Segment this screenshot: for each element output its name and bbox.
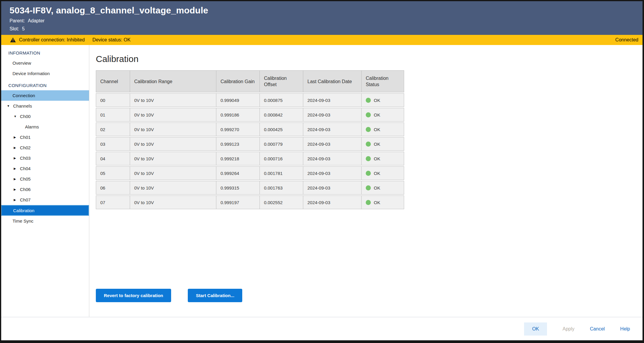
table-row: 06 0V to 10V 0.999315 0.001763 2024-09-0… [96,181,404,195]
sidebar-item-time-sync[interactable]: Time Sync [1,216,89,226]
sidebar-item-label: Alarms [25,124,39,129]
cell-range: 0V to 10V [130,152,216,165]
page-title: 5034-IF8V, analog_8_channel_voltage_modu… [10,5,643,15]
table-row: 07 0V to 10V 0.999197 0.002552 2024-09-0… [96,195,404,209]
cell-date: 2024-09-03 [303,94,362,107]
status-label: OK [374,126,380,133]
status-ok-icon [366,156,371,161]
slot-value: 5 [22,26,25,31]
sidebar-item-overview[interactable]: Overview [1,58,89,68]
cell-channel: 07 [96,196,130,209]
cell-status: OK [362,167,404,180]
sidebar-item-label: Ch02 [20,145,31,150]
cell-range: 0V to 10V [130,123,216,136]
cell-date: 2024-09-03 [303,123,362,136]
body: INFORMATION Overview Device Information … [1,45,643,317]
cancel-button[interactable]: Cancel [590,326,605,332]
table-header-row: Channel Calibration Range Calibration Ga… [96,70,404,92]
cell-range: 0V to 10V [130,181,216,194]
status-ok-icon [366,112,371,117]
chevron-down-icon[interactable]: ▼ [14,115,18,118]
chevron-down-icon[interactable]: ▼ [7,104,11,108]
sidebar-item-label: Calibration [13,208,35,213]
table-row: 00 0V to 10V 0.999049 0.000875 2024-09-0… [96,93,404,107]
cell-gain: 0.999123 [216,137,260,150]
sidebar-item-ch02[interactable]: ▶ Ch02 [1,142,89,153]
chevron-right-icon[interactable]: ▶ [14,188,18,191]
sidebar-item-alarms[interactable]: Alarms [1,122,89,132]
cell-channel: 03 [96,137,130,150]
revert-to-factory-calibration-button[interactable]: Revert to factory calibration [96,289,171,302]
chevron-right-icon[interactable]: ▶ [14,177,18,181]
cell-range: 0V to 10V [130,108,216,121]
apply-button[interactable]: Apply [562,326,574,332]
cell-gain: 0.999049 [216,94,260,107]
chevron-right-icon[interactable]: ▶ [14,146,18,149]
cell-range: 0V to 10V [130,137,216,150]
slot-label: Slot: [10,26,19,31]
slot-line: Slot:5 [10,26,643,32]
cell-range: 0V to 10V [130,94,216,107]
table-row: 04 0V to 10V 0.999218 0.000716 2024-09-0… [96,152,404,165]
sidebar: INFORMATION Overview Device Information … [1,45,89,317]
table-row: 03 0V to 10V 0.999123 0.000779 2024-09-0… [96,137,404,151]
sidebar-item-ch07[interactable]: ▶ Ch07 [1,195,89,205]
cell-date: 2024-09-03 [303,137,362,150]
status-ok-icon [366,142,371,147]
status-label: OK [374,97,380,103]
cell-channel: 00 [96,94,130,107]
column-header-channel: Channel [96,71,130,92]
sidebar-item-connection[interactable]: Connection [1,90,89,101]
cell-offset: 0.000779 [260,137,303,150]
sidebar-item-label: Ch05 [20,176,31,181]
sidebar-item-label: Ch03 [20,156,31,161]
chevron-right-icon[interactable]: ▶ [14,136,18,139]
section-information: INFORMATION [1,46,89,58]
cell-offset: 0.001763 [260,181,303,194]
connection-state: Connected [615,37,638,43]
cell-channel: 06 [96,181,130,194]
column-header-date: Last Calibration Date [303,71,362,92]
help-button[interactable]: Help [620,326,630,332]
sidebar-item-device-information[interactable]: Device Information [1,68,89,79]
sidebar-item-label: Ch06 [20,187,31,192]
header: 5034-IF8V, analog_8_channel_voltage_modu… [1,1,643,35]
cell-status: OK [362,196,404,209]
cell-offset: 0.000425 [260,123,303,136]
sidebar-item-ch06[interactable]: ▶ Ch06 [1,184,89,195]
start-calibration-button[interactable]: Start Calibration... [188,289,242,302]
table-row: 02 0V to 10V 0.999270 0.000425 2024-09-0… [96,122,404,136]
table-row: 05 0V to 10V 0.999264 0.001781 2024-09-0… [96,166,404,180]
status-label: OK [374,185,380,191]
sidebar-item-ch04[interactable]: ▶ Ch04 [1,163,89,174]
chevron-right-icon[interactable]: ▶ [14,156,18,160]
cell-offset: 0.000875 [260,94,303,107]
sidebar-item-label: Connection [12,93,35,98]
status-ok-icon [366,127,371,132]
ok-button[interactable]: OK [524,322,547,336]
table-row: 01 0V to 10V 0.999186 0.000842 2024-09-0… [96,108,404,122]
cell-status: OK [362,123,404,136]
calibration-table: Channel Calibration Range Calibration Ga… [96,70,404,210]
sidebar-item-ch01[interactable]: ▶ Ch01 [1,132,89,142]
cell-gain: 0.999270 [216,123,260,136]
sidebar-item-channels[interactable]: ▼ Channels [1,101,89,111]
cell-channel: 05 [96,167,130,180]
chevron-right-icon[interactable]: ▶ [14,167,18,170]
sidebar-item-label: Channels [13,103,32,108]
device-status: Device status: OK [93,37,131,43]
cell-gain: 0.999218 [216,152,260,165]
sidebar-item-ch00[interactable]: ▼ Ch00 [1,111,89,122]
sidebar-item-calibration[interactable]: Calibration [1,205,89,216]
cell-status: OK [362,152,404,165]
status-label: OK [374,156,380,162]
status-ok-icon [366,200,371,205]
main-content: Calibration Channel Calibration Range Ca… [89,45,643,317]
cell-gain: 0.999315 [216,181,260,194]
status-label: OK [374,170,380,176]
chevron-right-icon[interactable]: ▶ [14,198,18,201]
sidebar-item-ch05[interactable]: ▶ Ch05 [1,174,89,184]
sidebar-item-ch03[interactable]: ▶ Ch03 [1,153,89,163]
section-configuration: CONFIGURATION [1,79,89,90]
cell-channel: 02 [96,123,130,136]
